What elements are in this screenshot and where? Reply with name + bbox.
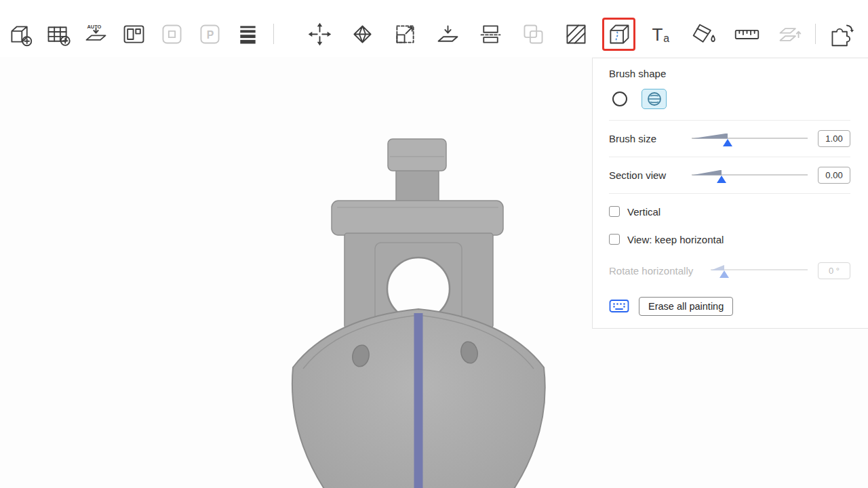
- svg-text:AUTO: AUTO: [87, 24, 101, 30]
- mesh-boolean-button[interactable]: [517, 18, 549, 50]
- keyboard-shortcuts-button[interactable]: [609, 299, 629, 314]
- keyboard-icon: [609, 299, 629, 314]
- rotate-horizontally-label: Rotate horizontally: [609, 265, 711, 277]
- cut-icon: [477, 20, 505, 48]
- add-plate-button[interactable]: [42, 18, 74, 50]
- vertical-checkbox[interactable]: [609, 206, 620, 217]
- mesh-boolean-icon: [519, 20, 547, 48]
- color-painting-button[interactable]: [688, 18, 720, 50]
- keep-horizontal-checkbox[interactable]: [609, 234, 620, 245]
- section-view-slider[interactable]: [692, 167, 808, 184]
- text-tool-icon: T a: [648, 20, 675, 48]
- slider-thumb[interactable]: [719, 270, 729, 278]
- variable-layer-height-button[interactable]: [232, 18, 264, 50]
- cut-button[interactable]: [475, 18, 507, 50]
- split-to-parts-icon: P: [196, 20, 224, 48]
- variable-layer-height-icon: [234, 20, 262, 48]
- auto-orient-icon: AUTO: [82, 20, 110, 48]
- vertical-label: Vertical: [627, 206, 660, 218]
- brush-size-row: Brush size: [609, 121, 850, 157]
- svg-text:a: a: [663, 32, 669, 43]
- arrange-icon: [120, 20, 148, 48]
- move-button[interactable]: [304, 18, 336, 50]
- rotate-button[interactable]: [347, 18, 378, 50]
- split-to-parts-button[interactable]: P: [194, 18, 226, 50]
- scale-icon: [391, 20, 419, 48]
- place-on-face-icon: [434, 20, 462, 48]
- cabin-roof[interactable]: [332, 201, 503, 235]
- plugins-icon: [827, 20, 855, 48]
- text-tool-button[interactable]: T a: [646, 18, 677, 50]
- vertical-checkbox-row[interactable]: Vertical: [609, 201, 850, 222]
- toolbar-separator: [273, 24, 274, 44]
- slider-thumb[interactable]: [723, 139, 732, 146]
- panel-divider: [609, 193, 850, 194]
- brush-size-value[interactable]: [818, 130, 850, 147]
- keep-horizontal-label: View: keep horizontal: [627, 234, 724, 245]
- circle-brush-icon: [611, 90, 629, 108]
- sphere-brush-icon: [646, 91, 663, 107]
- measure-icon: [733, 20, 761, 48]
- place-on-face-button[interactable]: [432, 18, 464, 50]
- section-view-value[interactable]: [818, 167, 850, 184]
- svg-text:P: P: [207, 29, 214, 41]
- toolbar-group-middle: T a: [304, 18, 806, 50]
- seam-painting-icon: [605, 20, 633, 48]
- panel-actions: Erase all painting: [609, 297, 850, 316]
- seam-painting-panel: Brush shape Brush size: [592, 58, 868, 329]
- keep-horizontal-checkbox-row[interactable]: View: keep horizontal: [609, 229, 850, 249]
- toolbar-group-right: [825, 18, 857, 50]
- slider-thumb[interactable]: [717, 176, 726, 183]
- auto-orient-button[interactable]: AUTO: [80, 18, 112, 50]
- split-to-objects-icon: [158, 20, 186, 48]
- move-icon: [306, 20, 334, 48]
- brush-shape-sphere-option[interactable]: [642, 89, 667, 109]
- brush-shape-label: Brush shape: [609, 68, 850, 79]
- rotate-horizontally-value[interactable]: [818, 262, 850, 279]
- arrange-button[interactable]: [118, 18, 150, 50]
- chimney-cap[interactable]: [388, 139, 446, 171]
- section-view-label: Section view: [609, 169, 692, 181]
- benchy-model[interactable]: [261, 130, 580, 488]
- seam-painting-button[interactable]: [603, 18, 635, 50]
- support-painting-button[interactable]: [560, 18, 592, 50]
- plugins-button[interactable]: [825, 18, 857, 50]
- add-object-button[interactable]: [4, 18, 36, 50]
- erase-all-painting-button[interactable]: Erase all painting: [639, 297, 733, 316]
- color-painting-icon: [690, 20, 718, 48]
- scale-button[interactable]: [389, 18, 421, 50]
- brush-size-label: Brush size: [609, 133, 692, 144]
- add-object-icon: [6, 20, 34, 48]
- toolbar-group-left: AUTO P: [4, 18, 264, 50]
- rotate-horizontally-slider[interactable]: [711, 262, 808, 279]
- rotate-icon: [349, 20, 376, 48]
- svg-text:T: T: [652, 24, 663, 44]
- brush-shape-circle-option[interactable]: [610, 89, 629, 108]
- brush-size-slider[interactable]: [692, 131, 808, 147]
- assembly-view-button[interactable]: [774, 18, 806, 50]
- rotate-horizontally-row: Rotate horizontally: [609, 255, 850, 286]
- assembly-view-icon: [776, 20, 804, 48]
- brush-shape-options: [609, 79, 850, 120]
- add-plate-icon: [44, 20, 72, 48]
- main-toolbar: AUTO P: [0, 0, 868, 57]
- section-view-row: Section view: [609, 157, 850, 193]
- support-painting-icon: [562, 20, 590, 48]
- split-to-objects-button[interactable]: [156, 18, 188, 50]
- measure-button[interactable]: [731, 18, 763, 50]
- toolbar-separator: [815, 24, 816, 44]
